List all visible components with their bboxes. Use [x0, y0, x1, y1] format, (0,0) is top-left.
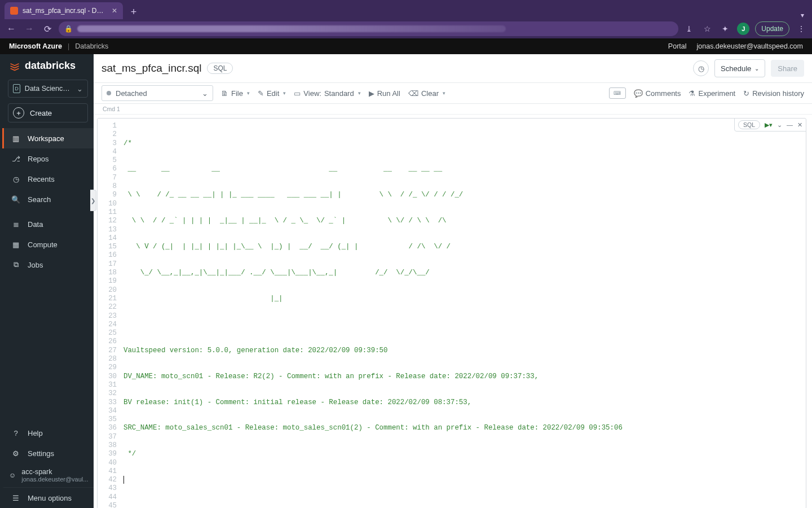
- compute-icon: ▦: [11, 240, 21, 249]
- new-tab-button[interactable]: +: [126, 5, 141, 19]
- cell-run-icon[interactable]: ▶▾: [765, 121, 773, 129]
- workspace-selector[interactable]: D Data Science & E... ⌄: [8, 80, 88, 98]
- forward-button[interactable]: →: [23, 22, 36, 36]
- chevron-down-icon: ▾: [283, 90, 286, 96]
- sidebar-item-jobs[interactable]: ⧉ Jobs: [2, 255, 94, 275]
- bookmark-icon[interactable]: ☆: [701, 23, 713, 35]
- experiment-label: Experiment: [698, 89, 735, 98]
- notebook-title[interactable]: sat_ms_pfca_incr.sql: [102, 62, 201, 75]
- file-label: File: [231, 89, 243, 98]
- main: sat_ms_pfca_incr.sql SQL ◷ Schedule ⌄ Sh…: [94, 54, 812, 508]
- pencil-icon: ✎: [258, 89, 264, 98]
- cell-chevron-down-icon[interactable]: ⌄: [777, 121, 782, 129]
- azure-brand: Microsoft Azure: [9, 42, 62, 50]
- sidebar-item-label: Workspace: [28, 134, 64, 143]
- browser-tab[interactable]: sat_ms_pfca_incr.sql - Databr ✕: [5, 2, 123, 19]
- tabs-overflow-icon[interactable]: ▾: [801, 11, 804, 19]
- chevron-down-icon: ▾: [247, 90, 250, 96]
- chevron-down-icon: ⌄: [202, 89, 208, 98]
- comment-icon: 💬: [634, 89, 643, 98]
- address-bar[interactable]: 🔒: [59, 21, 678, 36]
- user-icon: ☺: [9, 471, 16, 479]
- address-actions: ⤓ ☆ ✦ J Update ⋮: [683, 21, 807, 36]
- cell-close-icon[interactable]: ✕: [797, 121, 802, 129]
- sidebar-item-settings[interactable]: ⚙ Settings: [2, 443, 94, 463]
- sidebar-item-label: Repos: [28, 155, 49, 163]
- sidebar-user[interactable]: ☺ acc-spark jonas.dekeuster@vaul...: [2, 463, 94, 487]
- sidebar-item-repos[interactable]: ⎇ Repos: [2, 148, 94, 169]
- share-button[interactable]: Share: [771, 60, 804, 77]
- last-run-icon[interactable]: ◷: [693, 60, 709, 76]
- cell-minimize-icon[interactable]: —: [787, 121, 793, 128]
- brand[interactable]: databricks: [2, 54, 94, 77]
- file-menu[interactable]: 🗎 File ▾: [221, 89, 250, 98]
- clock-icon: ◷: [11, 175, 21, 183]
- gear-icon: ⚙: [11, 449, 21, 458]
- text-cursor: [123, 476, 124, 484]
- schedule-button[interactable]: Schedule ⌄: [714, 59, 765, 77]
- sidebar-item-search[interactable]: 🔍 Search: [2, 189, 94, 209]
- update-button[interactable]: Update: [755, 21, 789, 36]
- comments-button[interactable]: 💬 Comments: [634, 89, 681, 98]
- revision-history-label: Revision history: [752, 89, 804, 98]
- create-button[interactable]: + Create: [8, 103, 88, 122]
- browser-menu-icon[interactable]: ⋮: [795, 23, 807, 35]
- cell-area: SQL ▶▾ ⌄ — ✕ 12345678910 111213141516171…: [94, 115, 812, 508]
- flask-icon: ⚗: [689, 89, 695, 98]
- chevron-down-icon: ⌄: [754, 65, 759, 72]
- back-button[interactable]: ←: [5, 22, 18, 36]
- sidebar-item-label: Compute: [28, 240, 58, 249]
- menu-icon: ☰: [11, 494, 21, 502]
- sidebar-item-data[interactable]: ≣ Data: [2, 214, 94, 234]
- sidebar-item-help[interactable]: ? Help: [2, 423, 94, 443]
- folder-icon: ▥: [11, 134, 21, 143]
- revision-history-button[interactable]: ↻ Revision history: [743, 89, 804, 98]
- view-prefix: View:: [303, 89, 321, 98]
- code-cell[interactable]: SQL ▶▾ ⌄ — ✕ 12345678910 111213141516171…: [97, 118, 806, 508]
- sidebar-user-name: acc-spark: [21, 468, 88, 476]
- address-bar-row: ← → ⟳ 🔒 ⤓ ☆ ✦ J Update ⋮: [0, 19, 812, 38]
- reload-button[interactable]: ⟳: [41, 22, 54, 36]
- play-icon: ▶: [369, 89, 374, 98]
- cluster-selector[interactable]: Detached ⌄: [102, 85, 213, 101]
- edit-menu[interactable]: ✎ Edit ▾: [258, 89, 286, 98]
- edit-label: Edit: [267, 89, 279, 98]
- azure-portal-link[interactable]: Portal: [668, 42, 687, 50]
- clear-menu[interactable]: ⌫ Clear ▾: [408, 89, 445, 98]
- sidebar-item-recents[interactable]: ◷ Recents: [2, 169, 94, 189]
- chevron-down-icon: ⌄: [77, 85, 83, 93]
- sidebar-item-label: Jobs: [28, 261, 43, 269]
- sidebar-item-compute[interactable]: ▦ Compute: [2, 234, 94, 255]
- keyboard-shortcuts-icon[interactable]: ⌨: [609, 87, 626, 99]
- run-all-button[interactable]: ▶ Run All: [369, 89, 400, 98]
- code-editor[interactable]: 12345678910 11121314151617181920 2122232…: [98, 119, 806, 508]
- cmd-header: Cmd 1: [94, 104, 812, 115]
- experiment-button[interactable]: ⚗ Experiment: [689, 89, 735, 98]
- repo-icon: ⎇: [11, 155, 21, 163]
- help-icon: ?: [11, 429, 21, 437]
- comments-label: Comments: [646, 89, 681, 98]
- azure-user-email[interactable]: jonas.dekeuster@vaultspeed.com: [697, 42, 804, 50]
- extensions-icon[interactable]: ✦: [719, 23, 731, 35]
- sidebar-item-menu-options[interactable]: ☰ Menu options: [2, 487, 94, 508]
- sidebar-item-label: Help: [28, 429, 43, 437]
- cell-language-badge[interactable]: SQL: [738, 120, 760, 129]
- sidebar-user-email: jonas.dekeuster@vaul...: [21, 476, 88, 483]
- plus-circle-icon: +: [13, 107, 24, 119]
- jobs-icon: ⧉: [11, 260, 21, 269]
- tab-close-icon[interactable]: ✕: [112, 7, 117, 15]
- code-lines[interactable]: /* __ __ __ __ __ __ __ __ \ \ / /_ __ _…: [121, 119, 806, 508]
- view-menu[interactable]: ▭ View: Standard ▾: [294, 89, 360, 98]
- workspace-persona-icon: D: [13, 84, 20, 93]
- language-badge[interactable]: SQL: [207, 63, 233, 74]
- sidebar-item-workspace[interactable]: ▥ Workspace: [2, 128, 94, 148]
- sidebar-item-label: Settings: [28, 449, 54, 458]
- chevron-down-icon: ▾: [358, 90, 361, 96]
- sidebar: databricks D Data Science & E... ⌄ + Cre…: [0, 54, 94, 508]
- run-all-label: Run All: [377, 89, 400, 98]
- install-site-icon[interactable]: ⤓: [683, 23, 695, 35]
- line-gutter: 12345678910 11121314151617181920 2122232…: [98, 119, 121, 508]
- sidebar-item-label: Search: [28, 195, 51, 204]
- profile-avatar[interactable]: J: [737, 23, 749, 35]
- cell-toolbar: SQL ▶▾ ⌄ — ✕: [734, 118, 806, 132]
